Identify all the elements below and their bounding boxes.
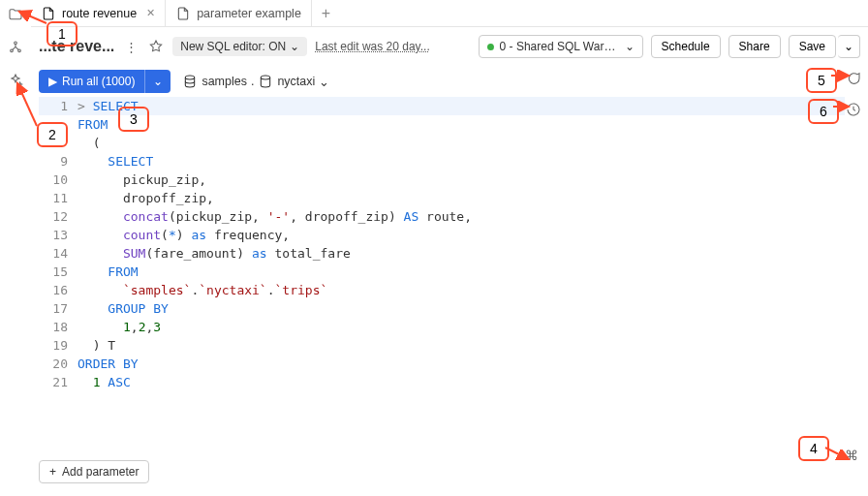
sql-editor-toggle[interactable]: New SQL editor: ON ⌄ — [172, 37, 307, 56]
code-content: 1 ASC — [78, 373, 131, 391]
last-edit-link[interactable]: Last edit was 20 day... — [315, 40, 430, 53]
code-content: GROUP BY — [78, 299, 169, 318]
line-number: 21 — [39, 373, 78, 391]
tabbar: route revenue ✕ parameter example + — [31, 0, 868, 27]
comment-icon[interactable] — [845, 70, 862, 87]
svg-point-3 — [186, 76, 195, 79]
code-line[interactable]: 11 dropoff_zip, — [39, 189, 845, 207]
line-number: 10 — [39, 170, 78, 189]
annotation-callout-5: 5 — [806, 68, 837, 93]
code-line[interactable]: ( — [39, 134, 845, 152]
code-content: FROM — [78, 263, 139, 281]
sql-editor-toggle-label: New SQL editor: ON — [180, 40, 286, 53]
schema-icon[interactable] — [7, 39, 24, 56]
line-number: 19 — [39, 336, 78, 355]
schedule-button[interactable]: Schedule — [651, 35, 721, 58]
code-line[interactable]: 12 concat(pickup_zip, '-', dropoff_zip) … — [39, 207, 845, 226]
code-line[interactable]: 17 GROUP BY — [39, 299, 845, 318]
schema-name: nyctaxi — [277, 75, 315, 88]
line-number: 20 — [39, 355, 78, 373]
file-icon — [175, 6, 191, 21]
share-button[interactable]: Share — [728, 35, 781, 58]
code-content: ORDER BY — [78, 355, 139, 373]
line-number: 11 — [39, 189, 78, 207]
compute-selector[interactable]: 0 - Shared SQL Ware... ⌄ — [479, 35, 643, 58]
annotation-callout-2: 2 — [37, 122, 68, 147]
code-content: ( — [78, 134, 100, 152]
right-gutter — [845, 70, 862, 118]
play-icon: ▶ — [48, 75, 57, 88]
code-content: dropoff_zip, — [78, 189, 214, 207]
line-number: 14 — [39, 244, 78, 263]
compute-label: 0 - Shared SQL Ware... — [500, 40, 619, 53]
svg-point-0 — [15, 42, 17, 45]
header-toolbar: ...te reve... ⋮ New SQL editor: ON ⌄ Las… — [39, 31, 860, 62]
code-content: FROM — [78, 115, 108, 134]
line-number: 1 — [39, 97, 78, 115]
code-line[interactable]: 15 FROM — [39, 263, 845, 281]
code-line[interactable]: 16 `samples`.`nyctaxi`.`trips` — [39, 281, 845, 299]
run-all-button[interactable]: ▶ Run all (1000) ⌄ — [39, 70, 170, 93]
catalog-name: samples — [202, 75, 247, 88]
annotation-callout-1: 1 — [46, 21, 78, 46]
svg-point-4 — [262, 76, 270, 79]
annotation-callout-6: 6 — [808, 99, 839, 124]
status-dot-icon — [487, 44, 494, 50]
line-number: 17 — [39, 299, 78, 318]
code-content: concat(pickup_zip, '-', dropoff_zip) AS … — [78, 207, 472, 226]
chevron-down-icon: ⌄ — [319, 75, 329, 89]
code-line[interactable]: 14 SUM(fare_amount) as total_fare — [39, 244, 845, 263]
code-content: `samples`.`nyctaxi`.`trips` — [78, 281, 327, 299]
file-icon — [41, 6, 56, 21]
code-content: count(*) as frequency, — [78, 226, 290, 244]
database-icon — [182, 74, 198, 89]
line-number: 18 — [39, 318, 78, 336]
line-number: 9 — [39, 152, 78, 170]
save-button[interactable]: Save — [789, 35, 836, 58]
annotation-callout-4: 4 — [798, 436, 829, 461]
chevron-down-icon: ⌄ — [290, 40, 299, 53]
code-line[interactable]: 20ORDER BY — [39, 355, 845, 373]
sparkle-icon[interactable] — [7, 72, 24, 89]
run-label: Run all (1000) — [62, 75, 135, 88]
tab-label: route revenue — [62, 7, 137, 20]
code-content: pickup_zip, — [78, 170, 206, 189]
database-icon — [258, 74, 273, 89]
footer-bar: + Add parameter — [39, 457, 860, 486]
keyboard-shortcuts-icon[interactable]: ⌘ — [845, 448, 858, 463]
new-tab-button[interactable]: + — [312, 0, 340, 26]
catalog-schema-selector[interactable]: samples . nyctaxi ⌄ — [182, 74, 329, 89]
save-dropdown[interactable]: ⌄ — [838, 35, 860, 58]
tab-label: parameter example — [197, 7, 301, 20]
code-line[interactable]: 1> SELECT — [39, 97, 845, 115]
code-line[interactable]: 10 pickup_zip, — [39, 170, 845, 189]
folder-icon[interactable] — [7, 6, 24, 23]
code-line[interactable]: 19 ) T — [39, 336, 845, 355]
line-number: 16 — [39, 281, 78, 299]
code-line[interactable]: 9 SELECT — [39, 152, 845, 170]
run-row: ▶ Run all (1000) ⌄ samples . nyctaxi ⌄ — [39, 68, 860, 95]
more-icon[interactable]: ⋮ — [122, 38, 140, 55]
close-icon[interactable]: ✕ — [146, 7, 155, 19]
code-line[interactable]: 18 1,2,3 — [39, 318, 845, 336]
history-icon[interactable] — [845, 101, 862, 118]
add-parameter-button[interactable]: + Add parameter — [39, 460, 149, 483]
code-editor[interactable]: 1> SELECTFROM (9 SELECT10 pickup_zip,11 … — [39, 97, 845, 450]
star-icon[interactable] — [147, 38, 165, 55]
line-number: 12 — [39, 207, 78, 226]
code-line[interactable]: 13 count(*) as frequency, — [39, 226, 845, 244]
code-line[interactable]: FROM — [39, 115, 845, 134]
code-line[interactable]: 21 1 ASC — [39, 373, 845, 391]
code-content: SELECT — [78, 152, 153, 170]
code-content: SUM(fare_amount) as total_fare — [78, 244, 351, 263]
line-number: 13 — [39, 226, 78, 244]
chevron-down-icon: ⌄ — [625, 40, 635, 53]
chevron-down-icon[interactable]: ⌄ — [144, 70, 170, 93]
tab-parameter-example[interactable]: parameter example — [166, 0, 312, 26]
code-content: 1,2,3 — [78, 318, 161, 336]
annotation-callout-3: 3 — [118, 107, 149, 132]
plus-icon: + — [49, 465, 56, 479]
code-content: ) T — [78, 336, 115, 355]
line-number: 15 — [39, 263, 78, 281]
add-parameter-label: Add parameter — [62, 465, 139, 479]
